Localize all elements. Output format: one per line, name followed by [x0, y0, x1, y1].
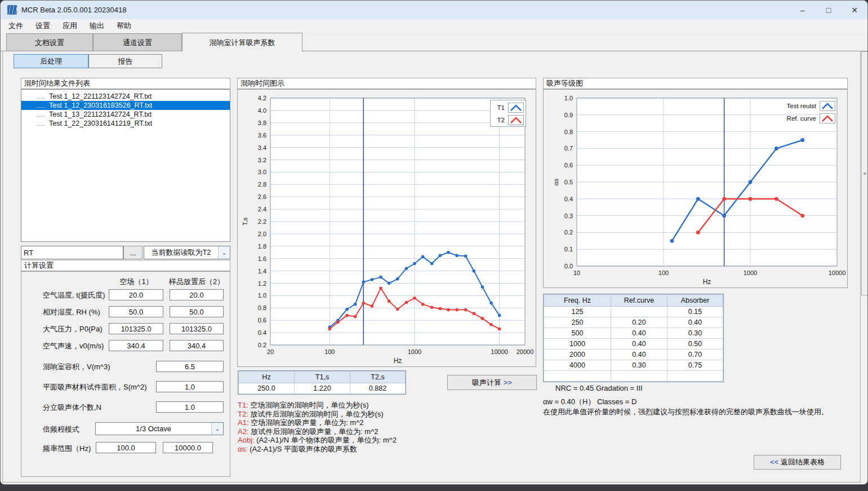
svg-text:4.2: 4.2	[258, 95, 266, 101]
rt-result-table: Hz T1,s T2,s 250.0 1.220 0.882	[238, 370, 406, 395]
collapse-left-icon[interactable]: <	[863, 171, 866, 176]
note-term: T1:	[238, 401, 248, 409]
sample-area-input[interactable]	[156, 381, 224, 392]
table-row: 40000.300.75	[544, 360, 723, 371]
tree-branch-icon	[37, 103, 45, 108]
table-row: 10000.400.50	[544, 339, 723, 350]
field-label-temperature: 空气温度, t(摄氏度)	[43, 290, 105, 300]
svg-text:1000: 1000	[408, 348, 421, 355]
legend-label-t1: T1	[497, 104, 505, 111]
close-button[interactable]: ✕	[842, 1, 867, 19]
room-volume-input[interactable]	[156, 361, 224, 372]
tab-reverberation-absorption[interactable]: 混响室计算吸声系数	[182, 33, 302, 51]
rt-file-list: Test 1_12_221123142724_RT.txt Test 1_12_…	[21, 89, 230, 242]
list-item[interactable]: Test 1_12_221123142724_RT.txt	[21, 92, 230, 101]
svg-text:1.8: 1.8	[258, 243, 266, 250]
svg-text:0.4: 0.4	[564, 196, 573, 202]
menu-help[interactable]: 帮助	[114, 20, 133, 32]
list-item-selected[interactable]: Test 1_12_230316183526_RT.txt	[21, 101, 230, 110]
table-header-row: Freq. Hz Ref.curve Absorber	[544, 295, 723, 307]
calc-settings-title: 计算设置	[21, 260, 230, 271]
minimize-button[interactable]: –	[790, 1, 816, 19]
tab-strip: 文档设置 通道设置 混响室计算吸声系数	[1, 33, 867, 51]
data-read-as-combo[interactable]: 当前数据读取为T2 ⌄	[144, 246, 230, 259]
field-label-absorber-count: 分立吸声体个数,N	[43, 402, 101, 413]
subtab-postprocess[interactable]: 后处理	[14, 54, 88, 68]
absorber-count-input[interactable]	[156, 401, 224, 413]
freq-min-input[interactable]	[96, 442, 156, 453]
svg-text:4.0: 4.0	[258, 107, 266, 114]
rt-name-input[interactable]	[21, 246, 123, 259]
svg-text:10000: 10000	[829, 269, 846, 276]
grade-chart-panel-title: 吸声等级图	[543, 78, 848, 89]
chevron-down-icon[interactable]: ⌄	[218, 246, 230, 259]
humidity-input-2[interactable]	[170, 306, 224, 317]
svg-text:0.1: 0.1	[564, 246, 573, 253]
svg-text:3.0: 3.0	[258, 169, 266, 175]
test-result-legend-icon	[820, 101, 835, 111]
svg-text:0.6: 0.6	[564, 162, 573, 169]
svg-text:3.4: 3.4	[258, 144, 266, 151]
table-header-row: Hz T1,s T2,s	[239, 371, 406, 383]
tab-document-settings[interactable]: 文档设置	[6, 33, 93, 51]
menu-output[interactable]: 输出	[87, 20, 106, 32]
col-header-t2: T2,s	[350, 371, 406, 383]
svg-text:0.2: 0.2	[564, 229, 573, 236]
note-term: Aobj:	[238, 436, 255, 444]
tree-branch-icon	[37, 112, 45, 117]
humidity-input-1[interactable]	[109, 306, 163, 317]
menu-apply[interactable]: 应用	[60, 20, 79, 32]
svg-text:Hz: Hz	[394, 357, 402, 365]
svg-text:1.0: 1.0	[258, 292, 266, 299]
rt-chart-box: 0.20.40.60.81.01.21.41.61.82.02.22.42.62…	[237, 89, 536, 367]
svg-text:2.0: 2.0	[258, 231, 266, 237]
svg-text:1.0: 1.0	[564, 95, 573, 101]
field-label-pressure: 大气压力，P0(Pa)	[43, 324, 102, 334]
browse-button[interactable]: ...	[123, 246, 143, 259]
svg-text:2.8: 2.8	[258, 181, 266, 188]
window-title: MCR Beta 2.05.0.001 20230418	[21, 6, 126, 14]
table-row: 5000.400.30	[544, 328, 723, 339]
pressure-input-2[interactable]	[170, 323, 224, 334]
temperature-input-1[interactable]	[109, 289, 163, 300]
svg-text:10: 10	[573, 269, 580, 276]
field-label-sound-speed: 空气声速，v0(m/s)	[43, 341, 104, 351]
t1-legend-icon	[508, 103, 524, 113]
pressure-input-1[interactable]	[109, 323, 163, 334]
svg-text:100: 100	[324, 348, 335, 355]
svg-text:2.2: 2.2	[258, 218, 266, 225]
menu-bar: 文件 设置 应用 输出 帮助	[1, 19, 868, 33]
list-item[interactable]: Test 1_13_221123142724_RT.txt	[21, 110, 230, 119]
double-arrow-right-icon: >>	[504, 378, 512, 387]
absorption-calc-button[interactable]: 吸声计算 >>	[447, 375, 537, 390]
chevron-down-icon[interactable]: ⌄	[211, 423, 223, 435]
rt-chart-panel-title: 混响时间图示	[237, 78, 536, 89]
field-label-octave-mode: 倍频程模式	[43, 424, 79, 435]
list-item[interactable]: Test 1_22_230316141219_RT.txt	[21, 119, 230, 128]
svg-text:2.6: 2.6	[258, 193, 266, 200]
note-term: A1:	[238, 418, 249, 427]
svg-text:0.8: 0.8	[564, 129, 573, 135]
field-label-room-volume: 混响室容积，V(m^3)	[43, 362, 110, 372]
temperature-input-2[interactable]	[170, 289, 224, 300]
table-row: 20000.400.70	[544, 350, 723, 360]
svg-text:3.2: 3.2	[258, 157, 266, 163]
back-to-results-button[interactable]: << 返回结果表格	[754, 455, 841, 470]
application-window: MCR Beta 2.05.0.001 20230418 – □ ✕ 文件 设置…	[0, 0, 868, 491]
octave-mode-combo[interactable]: 1/3 Octave ⌄	[95, 422, 224, 435]
svg-text:1000: 1000	[744, 269, 757, 276]
tab-channel-settings[interactable]: 通道设置	[93, 33, 182, 51]
sound-speed-input-1[interactable]	[109, 340, 163, 351]
panel-collapse-splitter[interactable]: <	[861, 51, 868, 295]
maximize-button[interactable]: □	[816, 1, 842, 19]
menu-file[interactable]: 文件	[6, 20, 25, 32]
sound-speed-input-2[interactable]	[170, 340, 224, 351]
subtab-report[interactable]: 报告	[88, 54, 162, 68]
column-header-empty-room: 空场（1）	[111, 277, 162, 287]
svg-text:0.0: 0.0	[564, 263, 573, 269]
freq-max-input[interactable]	[163, 442, 213, 453]
grade-chart-box: 0.00.10.20.30.40.50.60.70.80.91.01010010…	[543, 89, 848, 288]
menu-settings[interactable]: 设置	[33, 20, 52, 32]
col-header-freq: Freq. Hz	[544, 295, 611, 307]
svg-text:3.6: 3.6	[258, 132, 266, 139]
